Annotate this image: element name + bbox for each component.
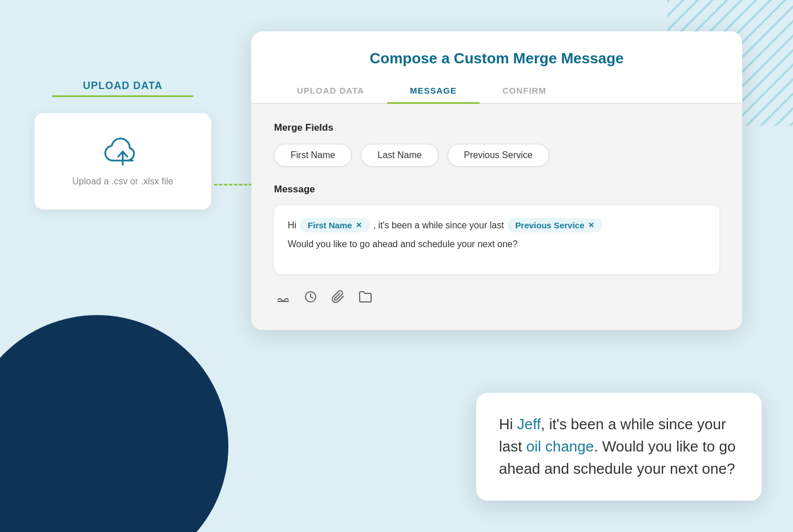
message-hi-text: Hi	[288, 220, 296, 231]
preview-name: Jeff	[517, 416, 541, 433]
preview-text: Hi Jeff, it's been a while since your la…	[499, 413, 739, 480]
upload-hint-text: Upload a .csv or .xlsx file	[73, 176, 174, 187]
tab-upload-data[interactable]: UPLOAD DATA	[274, 79, 387, 104]
modal-body: Merge Fields First Name Last Name Previo…	[251, 104, 742, 330]
left-panel-title: UPLOAD DATA	[34, 80, 211, 92]
tab-message[interactable]: MESSAGE	[387, 79, 480, 104]
modal-title: Compose a Custom Merge Message	[251, 31, 742, 79]
previousservice-tag-label: Previous Service	[516, 220, 585, 230]
message-box[interactable]: Hi First Name ✕ , it's been a while sinc…	[274, 205, 719, 274]
clock-icon[interactable]	[304, 290, 317, 307]
tab-confirm[interactable]: CONFIRM	[480, 79, 569, 104]
message-section-label: Message	[274, 184, 719, 195]
firstname-tag-label: First Name	[308, 220, 352, 230]
tab-bar: UPLOAD DATA MESSAGE CONFIRM	[251, 79, 742, 104]
previousservice-tag-close[interactable]: ✕	[588, 221, 594, 229]
message-toolbar	[274, 285, 719, 312]
field-chip-previousservice[interactable]: Previous Service	[448, 144, 549, 167]
firstname-merge-tag[interactable]: First Name ✕	[300, 218, 370, 232]
upload-box[interactable]: Upload a .csv or .xlsx file	[34, 113, 211, 209]
merge-fields-container: First Name Last Name Previous Service	[274, 144, 719, 167]
field-chip-firstname[interactable]: First Name	[274, 144, 352, 167]
cloud-upload-icon	[103, 136, 143, 167]
preview-bubble: Hi Jeff, it's been a while since your la…	[476, 393, 762, 501]
previousservice-merge-tag[interactable]: Previous Service ✕	[508, 218, 602, 232]
preview-service: oil change	[526, 438, 594, 455]
folder-icon[interactable]	[359, 290, 372, 307]
main-modal: Compose a Custom Merge Message UPLOAD DA…	[251, 31, 742, 330]
firstname-tag-close[interactable]: ✕	[356, 221, 362, 229]
preview-hi: Hi	[499, 416, 517, 433]
merge-fields-label: Merge Fields	[274, 122, 719, 134]
background-circle	[0, 315, 228, 532]
message-line-2: Would you like to go ahead and schedule …	[288, 239, 706, 249]
field-chip-lastname[interactable]: Last Name	[361, 144, 438, 167]
left-panel: UPLOAD DATA Upload a .csv or .xlsx file	[34, 80, 211, 209]
message-middle-text: , it's been a while since your last	[373, 220, 504, 231]
message-line-1: Hi First Name ✕ , it's been a while sinc…	[288, 218, 706, 232]
paperclip-icon[interactable]	[331, 290, 345, 307]
signature-icon[interactable]	[276, 290, 290, 307]
left-panel-underline	[52, 95, 194, 97]
